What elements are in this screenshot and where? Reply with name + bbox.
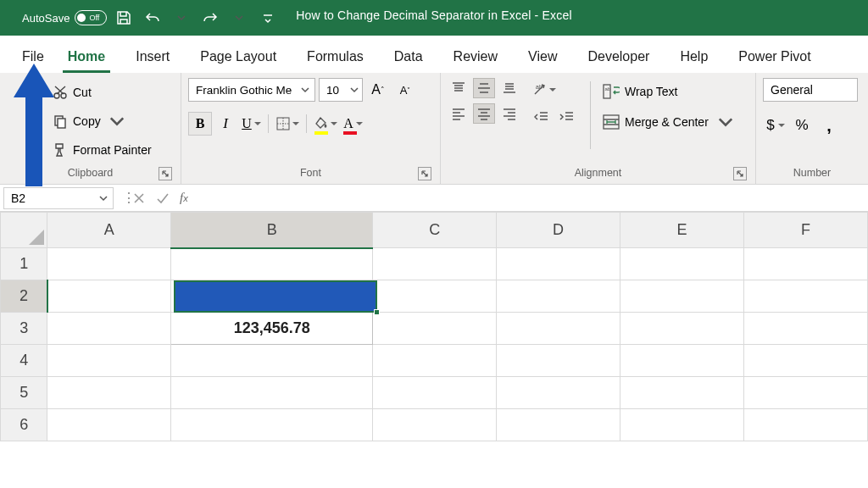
undo-button[interactable]	[141, 6, 164, 30]
cell-B2[interactable]	[171, 280, 373, 313]
title-bar: AutoSave Off How to Change Decimal Separ…	[0, 0, 868, 36]
alignment-launcher[interactable]	[733, 167, 747, 180]
select-all-corner[interactable]	[1, 213, 47, 248]
cut-button[interactable]: Cut	[49, 80, 155, 105]
autosave-toggle[interactable]: Off	[75, 10, 107, 25]
cell-B3[interactable]: 123,456.78	[171, 313, 373, 345]
tab-data[interactable]: Data	[379, 41, 438, 73]
format-painter-button[interactable]: Format Painter	[49, 137, 155, 163]
col-header-F[interactable]: F	[743, 213, 867, 248]
paste-button[interactable]	[7, 78, 44, 81]
formula-bar: B2 ⋮ fx	[0, 185, 868, 212]
enter-formula[interactable]	[151, 192, 175, 204]
number-format-select[interactable]: General	[763, 78, 858, 102]
decrease-indent[interactable]	[531, 107, 553, 127]
row-header-6[interactable]: 6	[1, 409, 47, 441]
row-header-4[interactable]: 4	[1, 345, 47, 377]
decrease-font-size[interactable]: A˅	[393, 78, 417, 102]
align-center[interactable]	[473, 103, 495, 124]
tab-view[interactable]: View	[513, 41, 572, 73]
fill-color-button[interactable]	[312, 112, 339, 136]
group-number: General $ % , Number	[756, 73, 868, 184]
tab-insert[interactable]: Insert	[120, 41, 185, 73]
fx-icon[interactable]: fx	[175, 191, 188, 205]
italic-button[interactable]: I	[214, 112, 237, 136]
redo-dropdown[interactable]	[227, 6, 251, 30]
group-alignment: ab ab Wrap Text Merge & Center	[441, 73, 756, 184]
increase-font-size[interactable]: A˄	[366, 78, 390, 102]
number-group-label: Number	[793, 167, 831, 179]
merge-center-button[interactable]: Merge & Center	[603, 110, 745, 134]
col-header-A[interactable]: A	[47, 213, 171, 248]
svg-rect-3	[58, 119, 65, 128]
row-header-5[interactable]: 5	[1, 377, 47, 409]
col-header-C[interactable]: C	[373, 213, 497, 248]
formula-input[interactable]	[188, 187, 868, 209]
tab-page-layout[interactable]: Page Layout	[185, 41, 292, 73]
wrap-text-button[interactable]: ab Wrap Text	[603, 80, 745, 103]
align-right[interactable]	[498, 103, 520, 124]
ribbon-tabs: File Home Insert Page Layout Formulas Da…	[0, 36, 868, 73]
tab-file[interactable]: File	[19, 41, 53, 73]
borders-button[interactable]	[274, 112, 301, 136]
group-clipboard: Cut Copy Format Painter Clipboard	[0, 73, 181, 184]
wrap-text-label: Wrap Text	[625, 85, 678, 98]
autosave-label: AutoSave	[22, 12, 70, 25]
clipboard-launcher[interactable]	[159, 167, 172, 180]
customize-qat[interactable]	[256, 6, 280, 30]
accounting-format[interactable]: $	[763, 114, 787, 137]
tab-help[interactable]: Help	[665, 41, 723, 73]
font-size-select[interactable]: 10	[319, 78, 363, 102]
clipboard-group-label: Clipboard	[68, 167, 114, 179]
font-launcher[interactable]	[418, 167, 431, 180]
align-top[interactable]	[448, 78, 470, 98]
col-header-B[interactable]: B	[171, 213, 373, 248]
cut-label: Cut	[73, 86, 92, 99]
alignment-group-label: Alignment	[575, 167, 622, 179]
save-icon[interactable]	[112, 6, 136, 30]
col-header-D[interactable]: D	[497, 213, 620, 248]
name-box[interactable]: B2	[3, 187, 114, 209]
percent-format[interactable]: %	[790, 114, 814, 137]
align-left[interactable]	[448, 103, 470, 124]
redo-button[interactable]	[198, 6, 222, 30]
increase-indent[interactable]	[556, 107, 578, 127]
align-middle[interactable]	[473, 78, 495, 98]
svg-text:ab: ab	[605, 86, 611, 92]
format-painter-label: Format Painter	[73, 143, 152, 157]
underline-button[interactable]: U	[239, 112, 263, 136]
ribbon: Cut Copy Format Painter Clipboard	[0, 73, 868, 185]
tab-power-pivot[interactable]: Power Pivot	[723, 41, 826, 73]
copy-button[interactable]: Copy	[49, 108, 155, 134]
tab-formulas[interactable]: Formulas	[292, 41, 379, 73]
merge-center-label: Merge & Center	[625, 115, 709, 129]
row-header-1[interactable]: 1	[1, 248, 47, 280]
bold-button[interactable]: B	[188, 112, 212, 136]
worksheet-grid[interactable]: A B C D E F 1 2 3123,456.78 4 5 6	[0, 212, 868, 441]
font-group-label: Font	[300, 167, 321, 179]
tab-review[interactable]: Review	[438, 41, 513, 73]
row-header-3[interactable]: 3	[1, 313, 47, 345]
copy-label: Copy	[73, 114, 101, 128]
font-color-button[interactable]: A	[341, 112, 364, 136]
font-name-select[interactable]: Franklin Gothic Me	[188, 78, 315, 102]
col-header-E[interactable]: E	[620, 213, 744, 248]
svg-text:ab: ab	[536, 84, 542, 90]
cancel-formula[interactable]	[127, 192, 151, 204]
align-bottom[interactable]	[498, 78, 520, 98]
comma-format[interactable]: ,	[817, 114, 841, 137]
tab-developer[interactable]: Developer	[572, 41, 665, 73]
row-header-2[interactable]: 2	[1, 280, 47, 313]
tab-home[interactable]: Home	[53, 41, 120, 73]
undo-dropdown[interactable]	[170, 6, 193, 30]
group-font: Franklin Gothic Me 10 A˄ A˅ B I U	[181, 73, 441, 184]
orientation-button[interactable]: ab	[531, 78, 558, 102]
